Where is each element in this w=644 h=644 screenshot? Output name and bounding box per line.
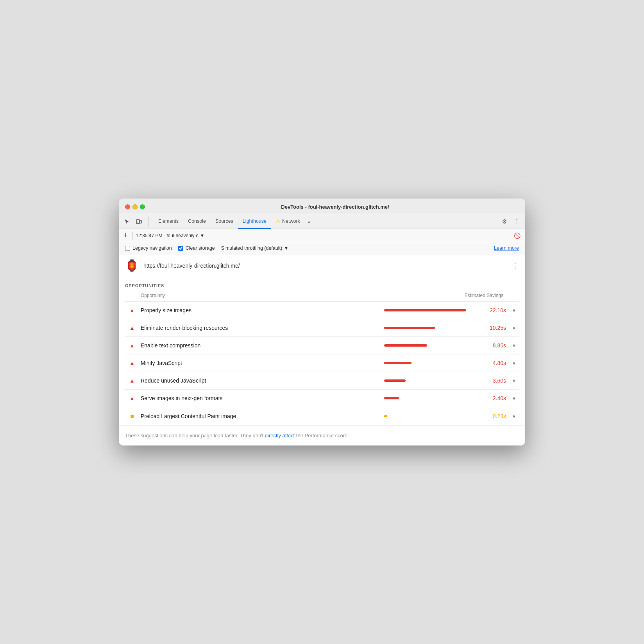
opportunity-label: Eliminate render-blocking resources — [141, 325, 379, 331]
savings-bar-area — [384, 379, 478, 382]
chevron-down-icon: ▼ — [200, 233, 205, 238]
expand-icon[interactable]: ∨ — [512, 378, 516, 383]
traffic-lights — [125, 204, 145, 209]
divider — [132, 232, 133, 240]
devtools-tab-bar: Elements Console Sources Lighthouse ⚠ Ne… — [119, 214, 525, 229]
expand-icon[interactable]: ∨ — [512, 343, 516, 348]
window-title: DevTools - foul-heavenly-direction.glitc… — [151, 204, 519, 210]
more-options-button[interactable]: ⋮ — [511, 216, 522, 227]
controls-row: Legacy navigation Clear storage Simulate… — [119, 242, 525, 254]
opportunity-row[interactable]: ▲ Minify JavaScript 4.80s ∨ — [125, 354, 519, 372]
clear-storage-toggle[interactable]: Clear storage — [178, 245, 215, 251]
session-selector[interactable]: 12:35:47 PM - foul-heavenly-c ▼ — [136, 233, 511, 238]
warning-triangle-icon: ▲ — [128, 377, 136, 384]
savings-bar-area — [384, 327, 478, 329]
column-headers: Opportunity Estimated Savings — [125, 291, 519, 301]
legacy-navigation-checkbox[interactable] — [125, 246, 130, 251]
opportunity-label: Enable text compression — [141, 342, 379, 349]
savings-bar — [384, 362, 411, 364]
opportunity-label: Reduce unused JavaScript — [141, 377, 379, 384]
tab-lighthouse[interactable]: Lighthouse — [238, 214, 271, 229]
tab-console[interactable]: Console — [183, 214, 211, 229]
savings-value: 10.25s — [483, 325, 506, 331]
clear-storage-checkbox[interactable] — [178, 246, 183, 251]
warning-triangle-icon: ▲ — [128, 342, 136, 349]
device-icon[interactable] — [134, 216, 144, 227]
lighthouse-url-bar: 🏮 https://foul-heavenly-direction.glitch… — [119, 254, 525, 277]
warning-triangle-icon: ▲ — [128, 307, 136, 313]
devtools-right-controls: ⚙ ⋮ — [499, 216, 522, 227]
throttle-chevron-icon: ▼ — [284, 245, 288, 251]
savings-bar — [384, 379, 406, 382]
opportunity-row[interactable]: ▲ Reduce unused JavaScript 3.60s ∨ — [125, 372, 519, 389]
lighthouse-logo-icon: 🏮 — [125, 259, 139, 272]
savings-bar — [384, 344, 427, 347]
expand-icon[interactable]: ∨ — [512, 360, 516, 366]
savings-bar — [384, 309, 466, 311]
opportunity-row[interactable]: ▲ Properly size images 22.10s ∨ — [125, 301, 519, 319]
cursor-icon[interactable] — [122, 216, 132, 227]
footer-note: These suggestions can help your page loa… — [119, 425, 525, 445]
savings-value: 0.23s — [483, 413, 506, 419]
opportunity-row[interactable]: ▲ Eliminate render-blocking resources 10… — [125, 319, 519, 336]
tab-elements[interactable]: Elements — [154, 214, 183, 229]
target-url: https://foul-heavenly-direction.glitch.m… — [143, 263, 507, 269]
expand-icon[interactable]: ∨ — [512, 325, 516, 331]
svg-rect-1 — [140, 220, 141, 223]
expand-icon[interactable]: ∨ — [512, 413, 516, 419]
warning-triangle-icon: ▲ — [128, 325, 136, 331]
savings-bar-area — [384, 344, 478, 347]
tab-network[interactable]: ⚠ Network — [271, 214, 305, 229]
opportunity-row[interactable]: ■ Preload Largest Contentful Paint image… — [125, 407, 519, 425]
savings-value: 8.85s — [483, 342, 506, 349]
tab-sources[interactable]: Sources — [211, 214, 238, 229]
expand-icon[interactable]: ∨ — [512, 395, 516, 401]
devtools-icons — [122, 216, 149, 227]
savings-bar-area — [384, 309, 478, 311]
savings-value: 4.80s — [483, 360, 506, 366]
more-tabs-button[interactable]: » — [305, 218, 314, 224]
legacy-navigation-toggle[interactable]: Legacy navigation — [125, 245, 172, 251]
title-bar: DevTools - foul-heavenly-direction.glitc… — [119, 199, 525, 214]
add-session-button[interactable]: + — [123, 231, 128, 240]
opportunity-row[interactable]: ▲ Serve images in next-gen formats 2.40s… — [125, 389, 519, 407]
col-opportunity-header: Opportunity — [141, 293, 165, 298]
settings-button[interactable]: ⚙ — [499, 216, 510, 227]
address-bar: + 12:35:47 PM - foul-heavenly-c ▼ 🚫 — [119, 229, 525, 242]
expand-icon[interactable]: ∨ — [512, 308, 516, 313]
savings-bar-area — [384, 362, 478, 364]
no-recording-icon: 🚫 — [514, 233, 521, 239]
browser-window: DevTools - foul-heavenly-direction.glitc… — [119, 199, 525, 445]
col-savings-header: Estimated Savings — [465, 293, 503, 298]
savings-bar — [384, 415, 387, 417]
close-button[interactable] — [125, 204, 130, 209]
throttle-dropdown[interactable]: Simulated throttling (default) ▼ — [221, 245, 289, 251]
opportunities-section: OPPORTUNITIES Opportunity Estimated Savi… — [119, 277, 525, 425]
savings-bar-area — [384, 397, 478, 399]
warning-triangle-icon: ▲ — [128, 395, 136, 401]
section-title: OPPORTUNITIES — [125, 277, 519, 291]
opportunity-label: Preload Largest Contentful Paint image — [141, 413, 379, 419]
opportunity-label: Serve images in next-gen formats — [141, 395, 379, 401]
opportunity-label: Properly size images — [141, 307, 379, 313]
warning-triangle-icon: ▲ — [128, 360, 136, 366]
opportunity-label: Minify JavaScript — [141, 360, 379, 366]
directly-affect-link[interactable]: directly affect — [265, 433, 295, 438]
savings-value: 3.60s — [483, 377, 506, 384]
savings-bar — [384, 397, 399, 399]
warning-square-icon: ■ — [128, 413, 136, 420]
savings-value: 22.10s — [483, 307, 506, 313]
minimize-button[interactable] — [132, 204, 138, 209]
learn-more-link[interactable]: Learn more — [494, 245, 519, 251]
warning-icon: ⚠ — [276, 218, 281, 224]
maximize-button[interactable] — [140, 204, 145, 209]
savings-bar-area — [384, 415, 478, 417]
savings-bar — [384, 327, 435, 329]
main-content: 🏮 https://foul-heavenly-direction.glitch… — [119, 254, 525, 445]
opportunity-row[interactable]: ▲ Enable text compression 8.85s ∨ — [125, 336, 519, 354]
savings-value: 2.40s — [483, 395, 506, 401]
url-menu-button[interactable]: ⋮ — [512, 261, 519, 270]
